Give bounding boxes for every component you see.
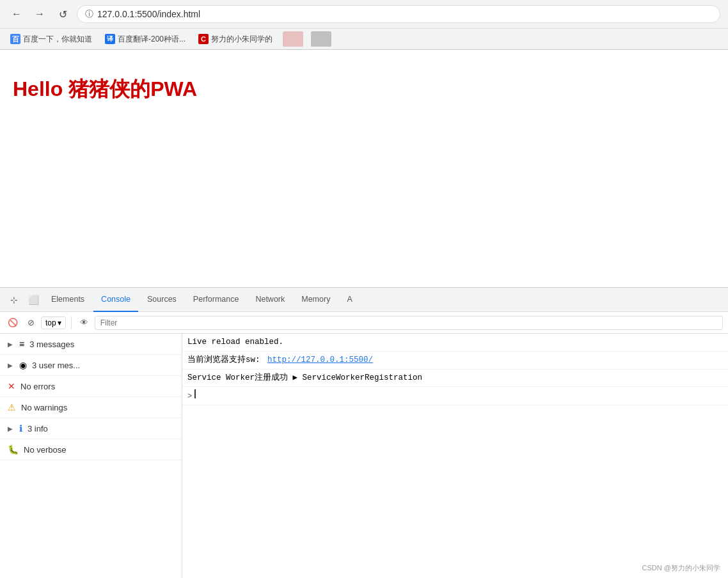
info-circle-icon: ℹ: [19, 423, 22, 434]
bookmark-thumb1[interactable]: [283, 31, 303, 47]
forward-button[interactable]: →: [31, 5, 49, 23]
element-picker-button[interactable]: ⊹: [5, 291, 23, 309]
user-icon: ◉: [19, 360, 27, 370]
error-icon: ✕: [8, 381, 15, 391]
console-line-2: 当前浏览器支持sw: http://127.0.0.1:5500/: [182, 352, 728, 370]
console-line-2-text: 当前浏览器支持sw:: [187, 354, 265, 366]
console-cursor: [194, 389, 196, 398]
tab-sources[interactable]: Sources: [139, 288, 184, 312]
tab-more[interactable]: A: [339, 288, 360, 312]
context-dropdown-label: top: [45, 318, 56, 327]
tab-memory[interactable]: Memory: [294, 288, 338, 312]
reload-button[interactable]: ↺: [54, 5, 72, 23]
tab-elements[interactable]: Elements: [44, 288, 92, 312]
console-line-1-text: Live reload enabled.: [187, 336, 283, 348]
console-sidebar: ≡ 3 messages ◉ 3 user mes... ✕ No errors…: [0, 334, 182, 578]
bookmark-translate-label: 百度翻译-200种语...: [118, 34, 186, 45]
sidebar-info-label: 3 info: [28, 424, 48, 434]
browser-nav: ← → ↺ ⓘ 127.0.0.1:5500/index.html: [0, 0, 728, 28]
url-text: 127.0.0.1:5500/index.html: [97, 9, 200, 19]
sidebar-item-warnings[interactable]: ⚠ No warnings: [0, 397, 182, 418]
watermark: CSDN @努力的小朱同学: [642, 563, 720, 573]
no-filter-button[interactable]: ⊘: [23, 315, 38, 331]
console-link-sw[interactable]: http://127.0.0.1:5500/: [267, 354, 373, 366]
sidebar-errors-label: No errors: [20, 382, 55, 391]
filter-input[interactable]: [95, 316, 723, 330]
baidu-icon: 百: [10, 34, 20, 44]
sidebar-warnings-label: No warnings: [21, 403, 67, 412]
console-line-3-text: Service Worker注册成功 ▶ ServiceWorkerRegist…: [187, 372, 422, 384]
devtools-body: ≡ 3 messages ◉ 3 user mes... ✕ No errors…: [0, 334, 728, 578]
translate-icon: 译: [105, 34, 115, 44]
tab-network[interactable]: Network: [248, 288, 292, 312]
address-bar[interactable]: ⓘ 127.0.0.1:5500/index.html: [77, 5, 720, 23]
bookmark-baidu-label: 百度一下，你就知道: [23, 34, 92, 45]
console-line-1: Live reload enabled.: [182, 334, 728, 352]
bookmark-csdn[interactable]: C 努力的小朱同学的: [196, 33, 275, 46]
clear-console-button[interactable]: 🚫: [5, 315, 20, 331]
warning-icon: ⚠: [8, 402, 16, 412]
console-prompt-icon: >: [187, 391, 192, 402]
bookmark-translate[interactable]: 译 百度翻译-200种语...: [102, 33, 188, 46]
back-button[interactable]: ←: [8, 5, 26, 23]
console-output[interactable]: Live reload enabled. 当前浏览器支持sw: http://1…: [182, 334, 728, 578]
list-icon: ≡: [19, 339, 24, 349]
info-icon: ⓘ: [85, 8, 93, 20]
console-toolbar: 🚫 ⊘ top ▾ 👁: [0, 312, 728, 334]
browser-chrome: ← → ↺ ⓘ 127.0.0.1:5500/index.html 百 百度一下…: [0, 0, 728, 50]
eye-button[interactable]: 👁: [77, 315, 92, 331]
csdn-icon: C: [198, 34, 209, 44]
sidebar-item-messages[interactable]: ≡ 3 messages: [0, 334, 182, 355]
toolbar-divider: [71, 316, 72, 329]
sidebar-item-user-messages[interactable]: ◉ 3 user mes...: [0, 355, 182, 376]
bookmark-csdn-label: 努力的小朱同学的: [211, 34, 273, 45]
chevron-down-icon: ▾: [58, 318, 61, 327]
tab-performance[interactable]: Performance: [186, 288, 247, 312]
devtools-panel: ⊹ ⬜ Elements Console Sources Performance…: [0, 287, 728, 578]
device-toolbar-button[interactable]: ⬜: [24, 291, 42, 309]
tab-console[interactable]: Console: [93, 288, 138, 312]
sidebar-item-errors[interactable]: ✕ No errors: [0, 376, 182, 397]
bookmark-thumb2[interactable]: [311, 31, 331, 47]
bookmark-baidu[interactable]: 百 百度一下，你就知道: [8, 33, 95, 46]
sidebar-messages-label: 3 messages: [29, 340, 74, 349]
sidebar-item-verbose[interactable]: 🐛 No verbose: [0, 439, 182, 460]
console-line-3: Service Worker注册成功 ▶ ServiceWorkerRegist…: [182, 370, 728, 387]
sidebar-user-messages-label: 3 user mes...: [32, 361, 80, 370]
verbose-icon: 🐛: [8, 444, 19, 455]
context-dropdown[interactable]: top ▾: [41, 316, 66, 329]
devtools-tabs-bar: ⊹ ⬜ Elements Console Sources Performance…: [0, 288, 728, 312]
sidebar-verbose-label: No verbose: [24, 445, 66, 455]
sidebar-item-info[interactable]: ℹ 3 info: [0, 418, 182, 439]
console-prompt-line[interactable]: >: [182, 387, 728, 405]
bookmarks-bar: 百 百度一下，你就知道 译 百度翻译-200种语... C 努力的小朱同学的: [0, 28, 728, 49]
page-title: Hello 猪猪侠的PWA: [13, 75, 715, 104]
